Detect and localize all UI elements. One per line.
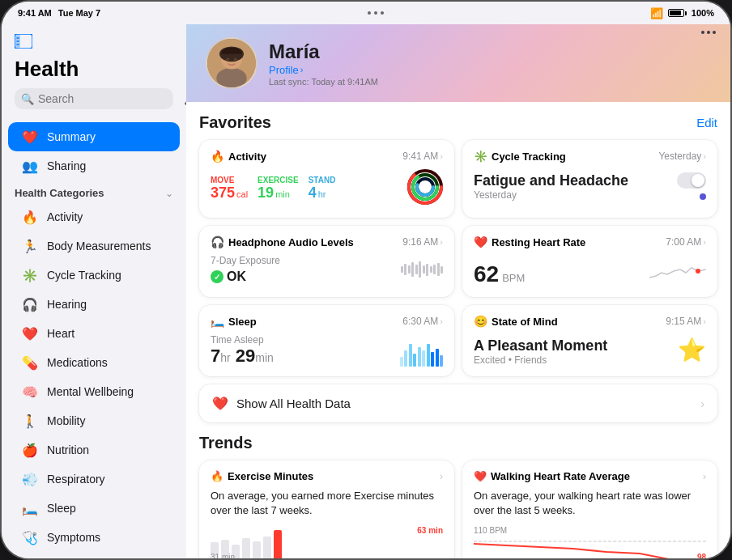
sharing-icon: 👥 — [21, 157, 39, 175]
sleep-minutes: 29 — [236, 346, 255, 366]
header-dots-menu[interactable] — [701, 31, 716, 34]
activity-stats: Move 375 cal Exercise 19 — [211, 176, 335, 202]
favorites-heading: Favorites — [199, 113, 271, 132]
mind-icon: 😊 — [474, 315, 487, 328]
categories-section-header[interactable]: Health Categories ⌄ — [2, 180, 186, 202]
sidebar-top: Health 🔍 🎤 — [2, 34, 186, 122]
state-of-mind-card[interactable]: 😊 State of Mind 9:15 AM › A Pleasant Mom… — [462, 305, 717, 376]
activity-card-icon: 🔥 — [211, 150, 224, 163]
cycle-card-title: ✳️ Cycle Tracking — [474, 150, 566, 163]
waveform-display — [401, 261, 444, 278]
headphone-card-info: 7-Day Exposure ✓ OK — [211, 255, 280, 284]
mind-info: A Pleasant Moment Excited • Friends — [474, 334, 607, 366]
headphone-icon: 🎧 — [211, 235, 224, 248]
status-bar-center — [368, 11, 384, 15]
profile-link[interactable]: Profile › — [269, 64, 711, 76]
walking-bpm-label: 110 BPM — [474, 526, 507, 535]
sidebar-item-mobility[interactable]: 🚶 Mobility — [8, 406, 180, 435]
walking-trend-icon: ❤️ — [474, 470, 487, 482]
sleep-sub: Time Asleep — [211, 334, 274, 346]
search-icon: 🔍 — [21, 93, 34, 105]
svg-point-6 — [216, 68, 247, 89]
profile-name: María — [269, 40, 711, 63]
sleep-icon: 🛏️ — [21, 499, 39, 517]
wifi-icon: 📶 — [650, 7, 663, 19]
headphone-card-time: 9:16 AM › — [402, 236, 443, 248]
sidebar-item-mental-wellbeing[interactable]: 🧠 Mental Wellbeing — [8, 377, 180, 406]
categories-title: Health Categories — [15, 187, 104, 199]
bar-chart-bars — [211, 526, 443, 558]
app-title: Health — [15, 57, 173, 82]
sidebar-item-hearing[interactable]: 🎧 Hearing — [8, 290, 180, 319]
svg-point-10 — [226, 57, 229, 61]
exercise-trend-card[interactable]: 🔥 Exercise Minutes › On average, you ear… — [199, 460, 454, 558]
activity-card-header: 🔥 Activity 9:41 AM › — [211, 150, 443, 163]
exercise-stat: Exercise 19 min — [257, 176, 299, 202]
trends-heading: Trends — [199, 434, 253, 452]
sleep-visualization — [400, 344, 444, 367]
sidebar-item-medications[interactable]: 💊 Medications — [8, 348, 180, 377]
sidebar-item-sharing[interactable]: 👥 Sharing — [8, 151, 180, 180]
sleep-hours: 7 — [211, 346, 220, 366]
heart-card-title: ❤️ Resting Heart Rate — [474, 235, 585, 248]
trends-heading-row: Trends — [199, 434, 717, 452]
sidebar-item-nutrition[interactable]: 🍎 Nutrition — [8, 435, 180, 465]
mind-sub: Excited • Friends — [474, 354, 607, 366]
heart-card-body: 62 BPM — [474, 255, 706, 287]
status-bar: 9:41 AM Tue May 7 📶 100% — [2, 2, 730, 24]
sidebar-item-summary[interactable]: ❤️ Summary — [8, 122, 180, 151]
sidebar-item-sleep[interactable]: 🛏️ Sleep — [8, 494, 180, 523]
exercise-trend-desc: On average, you earned more Exercise min… — [211, 489, 443, 518]
dot2 — [374, 11, 377, 15]
sidebar-item-heart[interactable]: ❤️ Heart — [8, 319, 180, 348]
sidebar-toggle-icon[interactable] — [15, 34, 173, 52]
sidebar-item-symptoms[interactable]: 🩺 Symptoms — [8, 523, 180, 552]
chart-low-label: 31 min — [211, 553, 235, 558]
hearing-label: Hearing — [47, 298, 87, 311]
activity-card-body: Move 375 cal Exercise 19 — [211, 169, 443, 208]
sleep-info: Time Asleep 7hr 29min — [211, 334, 274, 367]
chart-high-label: 63 min — [417, 526, 443, 535]
exercise-bar-chart: 31 min 63 min — [211, 526, 443, 558]
status-bar-left: 9:41 AM Tue May 7 — [18, 8, 100, 18]
search-bar[interactable]: 🔍 🎤 — [15, 88, 173, 109]
sidebar-item-activity[interactable]: 🔥 Activity — [8, 202, 180, 231]
trends-grid: 🔥 Exercise Minutes › On average, you ear… — [199, 460, 717, 558]
sleep-card[interactable]: 🛏️ Sleep 6:30 AM › Time Asleep — [199, 305, 454, 376]
sidebar-item-body-measurements[interactable]: 🏃 Body Measurements — [8, 231, 180, 261]
walking-chart-svg — [474, 537, 706, 558]
nutrition-icon: 🍎 — [21, 441, 39, 459]
body-label: Body Measurements — [47, 240, 151, 252]
main-content: María Profile › Last sync: Today at 9:41… — [186, 24, 730, 558]
svg-point-18 — [696, 269, 700, 274]
sidebar-item-vitals[interactable]: 📈 Vitals — [8, 552, 180, 558]
show-all-health-data[interactable]: ❤️ Show All Health Data › — [199, 384, 717, 422]
heart-icon: ❤️ — [21, 325, 39, 342]
ok-label: OK — [227, 269, 246, 284]
bpm-value: 62 — [474, 261, 499, 287]
cycle-card-time: Yesterday › — [658, 151, 706, 162]
hearing-icon: 🎧 — [21, 295, 39, 313]
mind-moment: A Pleasant Moment — [474, 337, 607, 354]
headphone-audio-card[interactable]: 🎧 Headphone Audio Levels 9:16 AM › 7-Day… — [199, 226, 454, 297]
headphone-card-header: 🎧 Headphone Audio Levels 9:16 AM › — [211, 235, 443, 248]
summary-icon: ❤️ — [21, 128, 39, 146]
symptoms-label: Symptoms — [47, 531, 100, 544]
heart-card-header: ❤️ Resting Heart Rate 7:00 AM › — [474, 235, 706, 248]
mind-card-time: 9:15 AM › — [666, 316, 706, 327]
activity-card[interactable]: 🔥 Activity 9:41 AM › Move — [199, 140, 454, 218]
walking-trend-desc: On average, your walking heart rate was … — [474, 489, 706, 518]
edit-link[interactable]: Edit — [696, 116, 717, 129]
mobility-icon: 🚶 — [21, 412, 39, 430]
cycle-tracking-card[interactable]: ✳️ Cycle Tracking Yesterday › Fatigue an… — [462, 140, 717, 218]
walking-trend-chevron: › — [703, 470, 706, 482]
sidebar-item-cycle-tracking[interactable]: ✳️ Cycle Tracking — [8, 261, 180, 290]
device-frame: 9:41 AM Tue May 7 📶 100% — [0, 0, 732, 560]
content-area: Favorites Edit 🔥 Activity 9:41 A — [186, 113, 730, 558]
resting-heart-rate-card[interactable]: ❤️ Resting Heart Rate 7:00 AM › 62 — [462, 226, 717, 297]
nutrition-label: Nutrition — [47, 443, 89, 456]
search-input[interactable] — [38, 92, 180, 105]
headphone-card-title: 🎧 Headphone Audio Levels — [211, 235, 354, 248]
sidebar-item-respiratory[interactable]: 💨 Respiratory — [8, 465, 180, 494]
walking-heart-trend-card[interactable]: ❤️ Walking Heart Rate Average › On avera… — [462, 460, 717, 558]
